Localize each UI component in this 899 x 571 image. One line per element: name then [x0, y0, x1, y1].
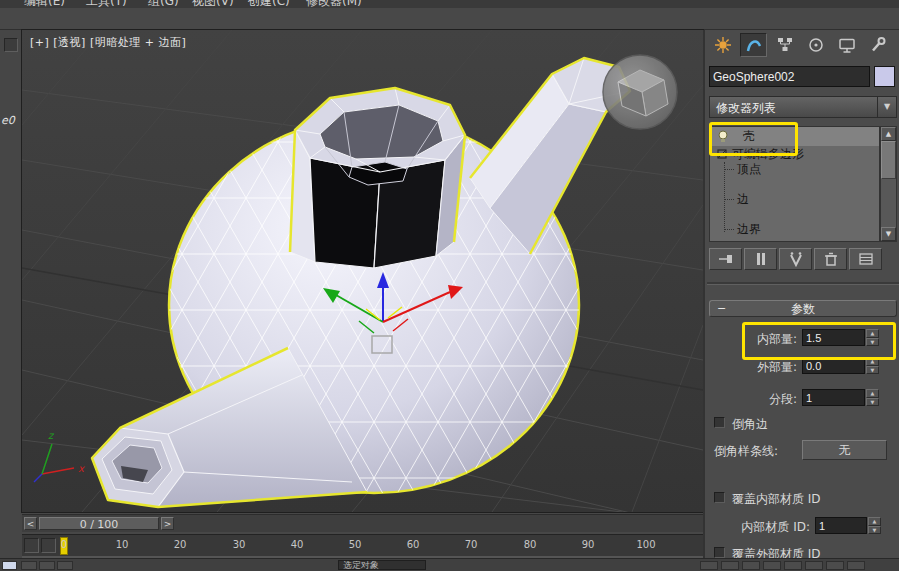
object-color-swatch[interactable]: [874, 66, 895, 87]
mini-listener[interactable]: [2, 561, 17, 570]
inner-amount-label: 内部量:: [705, 331, 797, 348]
remove-modifier-button[interactable]: [814, 248, 847, 270]
tab-modify[interactable]: [740, 33, 767, 57]
status-icon[interactable]: [39, 561, 55, 570]
snap-toggle-icon[interactable]: [805, 561, 823, 570]
inner-mat-id-stepper[interactable]: ▲▼: [868, 517, 881, 534]
tab-motion[interactable]: [802, 33, 829, 57]
status-icon[interactable]: [57, 561, 73, 570]
status-bar: 选定对象: [0, 558, 899, 571]
scrollbar-thumb[interactable]: [881, 141, 896, 179]
snap-toggle-icon[interactable]: [721, 561, 739, 570]
snap-toggle-icon[interactable]: [700, 561, 718, 570]
segments-label: 分段:: [705, 391, 797, 408]
snap-toggle-icon[interactable]: [784, 561, 802, 570]
ruler-tick: 50: [349, 539, 362, 550]
chevron-down-icon[interactable]: ▼: [877, 97, 896, 117]
ruler-tick: 0: [61, 539, 67, 550]
time-prev-button[interactable]: <: [24, 517, 37, 530]
spinner-up-icon[interactable]: ▲: [866, 389, 879, 398]
viewport-3d-scene[interactable]: x z: [22, 30, 703, 512]
time-next-button[interactable]: >: [161, 517, 174, 530]
snap-toggle-icon[interactable]: [826, 561, 844, 570]
ruler-tick: 10: [116, 539, 129, 550]
modify-tab-icon: [745, 36, 763, 54]
segments-stepper[interactable]: ▲▼: [866, 389, 879, 406]
left-rail: e0: [0, 30, 22, 558]
segments-input[interactable]: [802, 389, 865, 406]
rollout-header-parameters[interactable]: − 参数: [709, 300, 897, 317]
configure-modifier-sets-button[interactable]: [849, 248, 882, 270]
spinner-down-icon[interactable]: ▼: [866, 338, 879, 347]
bevel-edges-checkbox[interactable]: [714, 417, 725, 428]
scroll-up-icon[interactable]: ▲: [881, 127, 896, 141]
inner-amount-stepper[interactable]: ▲▼: [866, 329, 879, 346]
stack-item-shell[interactable]: 壳: [710, 127, 880, 146]
make-unique-icon: [788, 251, 804, 267]
spinner-up-icon[interactable]: ▲: [866, 357, 879, 366]
scroll-down-icon[interactable]: ▼: [881, 227, 896, 241]
spinner-up-icon[interactable]: ▲: [866, 329, 879, 338]
snap-toggle-icon[interactable]: [763, 561, 781, 570]
snap-toggle-icon[interactable]: [742, 561, 760, 570]
view-cube[interactable]: [603, 55, 677, 129]
spinner-up-icon[interactable]: ▲: [868, 517, 881, 526]
override-inner-mat-checkbox[interactable]: [714, 492, 725, 503]
ruler-tick: 60: [407, 539, 420, 550]
rollout-collapse-icon[interactable]: −: [717, 302, 726, 315]
motion-tab-icon: [807, 36, 825, 54]
tab-hierarchy[interactable]: [771, 33, 798, 57]
tab-utilities[interactable]: [864, 33, 891, 57]
stack-item-editable-poly[interactable]: 可编辑多边形: [710, 146, 880, 162]
spinner-down-icon[interactable]: ▼: [866, 398, 879, 407]
menu-item[interactable]: 创建(C): [248, 0, 290, 8]
stack-subitem-border[interactable]: 边界: [710, 222, 880, 237]
menu-item[interactable]: 修改器(M): [306, 0, 362, 8]
configure-sets-icon: [858, 251, 874, 267]
inner-mat-id-input[interactable]: [815, 517, 867, 534]
tab-create[interactable]: [709, 33, 736, 57]
stack-subitem-vertex[interactable]: 顶点: [710, 162, 880, 177]
hex-tube-top[interactable]: [290, 88, 465, 268]
snap-toggle-icon[interactable]: [847, 561, 865, 570]
pin-stack-button[interactable]: [709, 248, 742, 270]
ruler-tick: 70: [465, 539, 478, 550]
override-outer-mat-checkbox[interactable]: [714, 547, 725, 558]
show-end-result-button[interactable]: [744, 248, 777, 270]
bevel-spline-button[interactable]: 无: [802, 440, 887, 460]
trackbar-icon[interactable]: [24, 538, 39, 553]
object-name-input[interactable]: [709, 66, 870, 87]
outer-amount-stepper[interactable]: ▲▼: [866, 357, 879, 374]
hierarchy-tab-icon: [776, 36, 794, 54]
lightbulb-icon[interactable]: [717, 130, 729, 143]
status-icon[interactable]: [21, 561, 37, 570]
viewport-label[interactable]: [+] [透视] [明暗处理 + 边面]: [30, 35, 186, 50]
trackbar-filter-icon[interactable]: [41, 538, 56, 553]
selection-lock-field: 选定对象: [338, 560, 426, 570]
track-bar[interactable]: 0 10 20 30 40 50 60 70 80 90 100: [22, 534, 703, 558]
ruler-tick: 40: [291, 539, 304, 550]
ruler-tick: 100: [636, 539, 655, 550]
utilities-tab-icon: [869, 36, 887, 54]
tab-display[interactable]: [833, 33, 860, 57]
spinner-down-icon[interactable]: ▼: [868, 526, 881, 535]
time-slider-handle[interactable]: 0 / 100: [39, 517, 159, 530]
outer-amount-input[interactable]: [802, 357, 865, 374]
override-outer-mat-label: 覆盖外部材质 ID: [732, 546, 821, 558]
spinner-down-icon[interactable]: ▼: [866, 366, 879, 375]
viewport[interactable]: x z [+] [透视] [明暗处理 + 边面]: [22, 30, 703, 512]
inner-amount-input[interactable]: [802, 329, 865, 346]
panel-divider: [707, 282, 899, 285]
ruler-tick: 30: [233, 539, 246, 550]
editable-poly-icon: [717, 149, 727, 159]
make-unique-button[interactable]: [779, 248, 812, 270]
menu-item[interactable]: 视图(V): [192, 0, 234, 8]
menu-item[interactable]: 工具(T): [86, 0, 127, 8]
menu-item[interactable]: 编辑(E): [24, 0, 65, 8]
menu-item[interactable]: 组(G): [148, 0, 179, 8]
rail-icon[interactable]: [4, 38, 18, 52]
stack-subitem-edge[interactable]: 边: [710, 192, 880, 207]
stack-toolbar: [705, 248, 899, 270]
modifier-list-dropdown[interactable]: 修改器列表 ▼: [709, 96, 897, 118]
stack-scrollbar[interactable]: ▲ ▼: [880, 126, 897, 242]
